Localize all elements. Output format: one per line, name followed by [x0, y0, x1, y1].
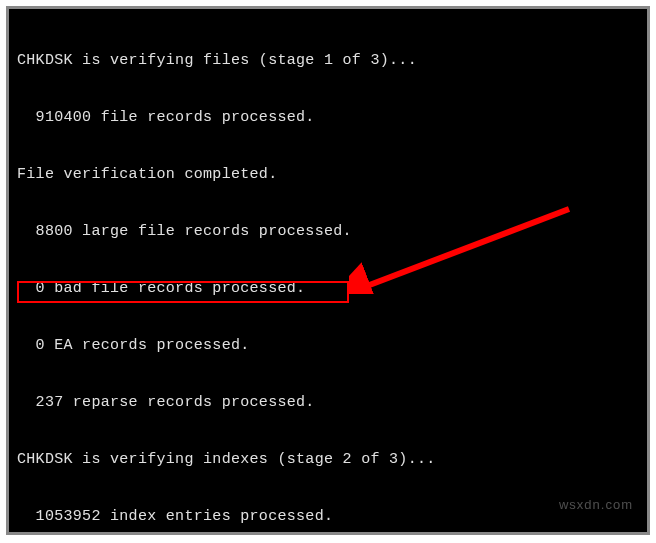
output-line: 1053952 index entries processed. [17, 507, 639, 526]
watermark-text: wsxdn.com [559, 495, 633, 514]
output-line: CHKDSK is verifying files (stage 1 of 3)… [17, 51, 639, 70]
output-line: 0 bad file records processed. [17, 279, 639, 298]
output-line: 8800 large file records processed. [17, 222, 639, 241]
output-line: 0 EA records processed. [17, 336, 639, 355]
output-line: CHKDSK is verifying indexes (stage 2 of … [17, 450, 639, 469]
svg-line-1 [359, 209, 569, 289]
output-line: 237 reparse records processed. [17, 393, 639, 412]
output-line: File verification completed. [17, 165, 639, 184]
chkdsk-terminal-output: CHKDSK is verifying files (stage 1 of 3)… [6, 6, 650, 535]
output-line: 910400 file records processed. [17, 108, 639, 127]
